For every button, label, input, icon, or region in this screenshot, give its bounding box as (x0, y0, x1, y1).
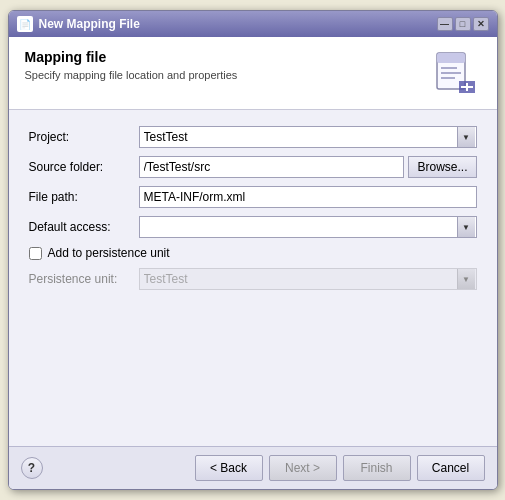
svg-rect-4 (441, 77, 455, 79)
back-button[interactable]: < Back (195, 455, 263, 481)
project-label: Project: (29, 130, 139, 144)
form-area: Project: TestTest ▼ Source folder: Brows… (9, 110, 497, 446)
project-select-wrap: TestTest ▼ (139, 126, 477, 148)
project-select[interactable]: TestTest (139, 126, 477, 148)
minimize-button[interactable]: — (437, 17, 453, 31)
header-text: Mapping file Specify mapping file locati… (25, 49, 238, 81)
page-subtitle: Specify mapping file location and proper… (25, 69, 238, 81)
svg-rect-1 (437, 53, 465, 63)
window-body: Mapping file Specify mapping file locati… (9, 37, 497, 489)
file-path-label: File path: (29, 190, 139, 204)
close-button[interactable]: ✕ (473, 17, 489, 31)
cancel-button[interactable]: Cancel (417, 455, 485, 481)
svg-rect-2 (441, 67, 457, 69)
file-path-input[interactable] (139, 186, 477, 208)
source-folder-control: Browse... (139, 156, 477, 178)
maximize-button[interactable]: □ (455, 17, 471, 31)
svg-rect-3 (441, 72, 461, 74)
help-button[interactable]: ? (21, 457, 43, 479)
main-window: 📄 New Mapping File — □ ✕ Mapping file Sp… (8, 10, 498, 490)
window-title: New Mapping File (39, 17, 140, 31)
window-icon: 📄 (17, 16, 33, 32)
add-persistence-label[interactable]: Add to persistence unit (48, 246, 170, 260)
next-button[interactable]: Next > (269, 455, 337, 481)
title-bar: 📄 New Mapping File — □ ✕ (9, 11, 497, 37)
default-access-select[interactable]: FIELDPROPERTY (139, 216, 477, 238)
footer: ? < Back Next > Finish Cancel (9, 446, 497, 489)
persistence-unit-select[interactable]: TestTest (139, 268, 477, 290)
persistence-unit-label: Persistence unit: (29, 272, 139, 286)
header-section: Mapping file Specify mapping file locati… (9, 37, 497, 110)
persistence-unit-select-wrap: TestTest ▼ (139, 268, 477, 290)
project-row: Project: TestTest ▼ (29, 126, 477, 148)
add-persistence-checkbox[interactable] (29, 247, 42, 260)
default-access-label: Default access: (29, 220, 139, 234)
source-folder-label: Source folder: (29, 160, 139, 174)
finish-button[interactable]: Finish (343, 455, 411, 481)
add-persistence-row: Add to persistence unit (29, 246, 477, 260)
source-folder-input[interactable] (139, 156, 405, 178)
project-control: TestTest ▼ (139, 126, 477, 148)
persistence-unit-row: Persistence unit: TestTest ▼ (29, 268, 477, 290)
default-access-select-wrap: FIELDPROPERTY ▼ (139, 216, 477, 238)
mapping-file-icon (433, 49, 481, 97)
footer-left: ? (21, 457, 43, 479)
file-path-row: File path: (29, 186, 477, 208)
file-path-control (139, 186, 477, 208)
default-access-control: FIELDPROPERTY ▼ (139, 216, 477, 238)
default-access-row: Default access: FIELDPROPERTY ▼ (29, 216, 477, 238)
window-controls: — □ ✕ (437, 17, 489, 31)
page-title: Mapping file (25, 49, 238, 65)
source-folder-row: Source folder: Browse... (29, 156, 477, 178)
browse-button[interactable]: Browse... (408, 156, 476, 178)
footer-buttons: < Back Next > Finish Cancel (195, 455, 485, 481)
